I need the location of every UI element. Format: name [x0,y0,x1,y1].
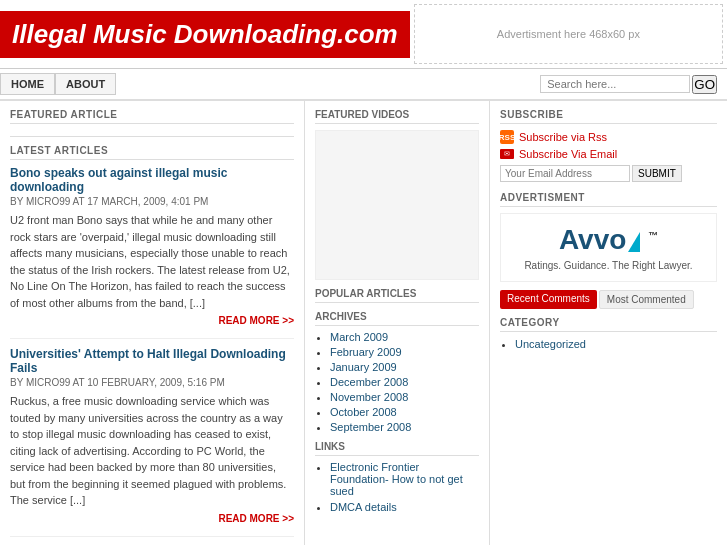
avvo-logo: Avvo ™ [511,224,706,256]
archive-link-dec-2008[interactable]: December 2008 [330,376,408,388]
comments-tabs: Recent Comments Most Commented [500,290,717,309]
category-label: CATEGORY [500,317,717,332]
left-column: FEATURED ARTICLE LATEST ARTICLES Bono sp… [0,101,305,545]
read-more-2[interactable]: READ MORE >> [10,513,294,524]
archive-sep-2008: September 2008 [330,421,479,433]
mid-column: FEATURED VIDEOS POPULAR ARTICLES ARCHIVE… [305,101,490,545]
article-item-2: Universities' Attempt to Halt Illegal Do… [10,347,294,537]
rss-icon: RSS [500,130,514,144]
featured-videos-label: FEATURED VIDEOS [315,109,479,124]
archive-list: March 2009 February 2009 January 2009 De… [315,331,479,433]
nav-bar: HOME ABOUT GO [0,69,727,101]
category-section: CATEGORY Uncategorized [500,317,717,350]
archive-link-feb-2009[interactable]: February 2009 [330,346,402,358]
nav-links: HOME ABOUT [0,73,116,95]
advertisment-section: ADVERTISMENT Avvo ™ Ratings. Guidance. T… [500,192,717,282]
category-uncategorized-link[interactable]: Uncategorized [515,338,586,350]
archive-link-sep-2008[interactable]: September 2008 [330,421,411,433]
link-dmca-anchor[interactable]: DMCA details [330,501,397,513]
category-uncategorized: Uncategorized [515,338,717,350]
archive-dec-2008: December 2008 [330,376,479,388]
site-title: Illegal Music Downloading.com [12,19,398,49]
link-eff: Electronic Frontier Foundation- How to n… [330,461,479,497]
archive-jan-2009: January 2009 [330,361,479,373]
search-button[interactable]: GO [692,75,717,94]
article-title-2[interactable]: Universities' Attempt to Halt Illegal Do… [10,347,294,375]
read-more-1[interactable]: READ MORE >> [10,315,294,326]
archive-link-nov-2008[interactable]: November 2008 [330,391,408,403]
avvo-ad[interactable]: Avvo ™ Ratings. Guidance. The Right Lawy… [500,213,717,282]
article-meta-2: BY MICRO99 AT 10 FEBRUARY, 2009, 5:16 PM [10,377,294,388]
email-subscribe-form: SUBMIT [500,165,717,182]
featured-article-label: FEATURED ARTICLE [10,109,294,124]
latest-articles-label: LATEST ARTICLES [10,145,294,160]
links-label: LINKS [315,441,479,456]
archives-label: ARCHIVES [315,311,479,326]
site-title-bar: Illegal Music Downloading.com [0,11,410,58]
recent-comments-tab[interactable]: Recent Comments [500,290,597,309]
email-icon: ✉ [500,149,514,159]
article-excerpt-2: Ruckus, a free music downloading service… [10,393,294,509]
email-submit-button[interactable]: SUBMIT [632,165,682,182]
avvo-tagline: Ratings. Guidance. The Right Lawyer. [511,260,706,271]
links-list: Electronic Frontier Foundation- How to n… [315,461,479,513]
email-input[interactable] [500,165,630,182]
header-ad: Advertisment here 468x60 px [414,4,723,64]
archive-link-march-2009[interactable]: March 2009 [330,331,388,343]
archive-feb-2009: February 2009 [330,346,479,358]
subscribe-label: SUBSCRIBE [500,109,717,124]
link-dmca: DMCA details [330,501,479,513]
right-column: SUBSCRIBE RSS Subscribe via Rss ✉ Subscr… [490,101,727,545]
category-list: Uncategorized [500,338,717,350]
avvo-triangle-icon [628,232,640,252]
subscribe-email-label: Subscribe Via Email [519,148,617,160]
rss-subscribe[interactable]: RSS Subscribe via Rss [500,130,717,144]
search-area: GO [540,75,727,94]
archive-oct-2008: October 2008 [330,406,479,418]
nav-about[interactable]: ABOUT [55,73,116,95]
article-meta-1: BY MICRO99 AT 17 MARCH, 2009, 4:01 PM [10,196,294,207]
header: Illegal Music Downloading.com Advertisme… [0,0,727,69]
links-section: LINKS Electronic Frontier Foundation- Ho… [315,441,479,513]
archive-link-oct-2008[interactable]: October 2008 [330,406,397,418]
archive-march-2009: March 2009 [330,331,479,343]
search-input[interactable] [540,75,690,93]
link-eff-anchor[interactable]: Electronic Frontier Foundation- How to n… [330,461,463,497]
advertisment-label: ADVERTISMENT [500,192,717,207]
subscribe-rss-label: Subscribe via Rss [519,131,607,143]
article-item-1: Bono speaks out against illegal music do… [10,166,294,339]
most-commented-tab[interactable]: Most Commented [599,290,694,309]
popular-articles-label: POPULAR ARTICLES [315,288,479,303]
article-excerpt-1: U2 front man Bono says that while he and… [10,212,294,311]
archive-link-jan-2009[interactable]: January 2009 [330,361,397,373]
subscribe-section: SUBSCRIBE RSS Subscribe via Rss ✉ Subscr… [500,109,717,182]
featured-article [10,130,294,137]
article-title-1[interactable]: Bono speaks out against illegal music do… [10,166,294,194]
email-subscribe-item[interactable]: ✉ Subscribe Via Email [500,148,717,160]
main-content: FEATURED ARTICLE LATEST ARTICLES Bono sp… [0,101,727,545]
featured-video-placeholder [315,130,479,280]
archive-nov-2008: November 2008 [330,391,479,403]
nav-home[interactable]: HOME [0,73,55,95]
